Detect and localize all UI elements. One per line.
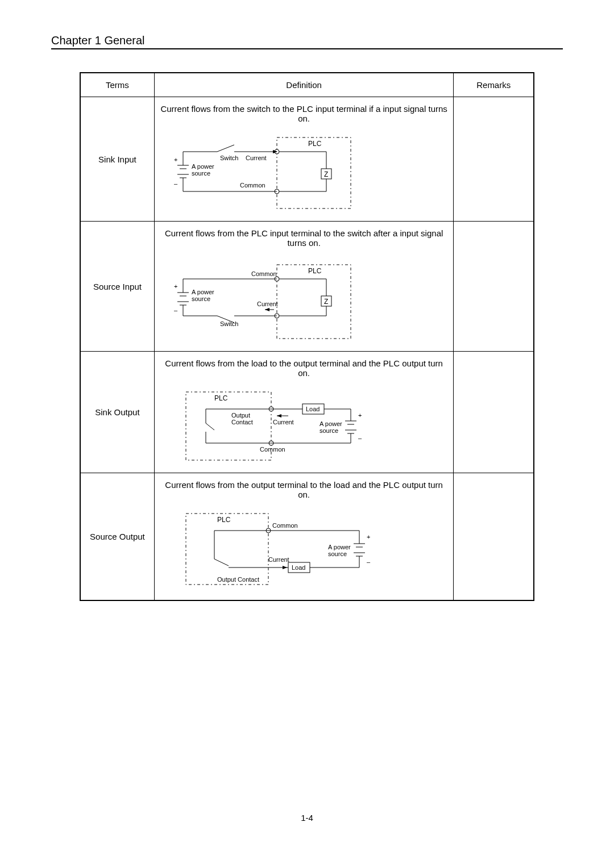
svg-marker-70 <box>277 414 281 418</box>
definition-cell: Current flows from the PLC input termina… <box>154 222 454 352</box>
svg-text:–: – <box>174 180 178 187</box>
svg-text:Switch: Switch <box>220 320 238 327</box>
th-definition: Definition <box>154 73 454 97</box>
svg-text:PLC: PLC <box>308 267 322 275</box>
svg-text:Common: Common <box>240 182 265 189</box>
remarks-cell <box>454 352 534 473</box>
svg-text:A power: A power <box>192 163 214 170</box>
svg-text:Current: Current <box>268 556 289 563</box>
svg-text:+: + <box>174 156 177 163</box>
table-row: Source Input Current flows from the PLC … <box>80 222 534 352</box>
th-terms: Terms <box>80 73 154 97</box>
svg-text:Output: Output <box>231 412 250 419</box>
svg-text:PLC: PLC <box>217 516 231 524</box>
svg-text:Current: Current <box>273 419 294 425</box>
svg-text:Current: Current <box>246 155 267 161</box>
svg-line-12 <box>217 145 234 152</box>
sink-input-diagram: PLC Z S <box>160 129 416 214</box>
table-row: Source Output Current flows from the out… <box>80 473 534 601</box>
svg-text:A power: A power <box>328 544 351 550</box>
definition-text: Current flows from the output terminal t… <box>165 480 443 499</box>
svg-text:source: source <box>192 295 210 302</box>
svg-text:source: source <box>328 550 347 557</box>
svg-text:A power: A power <box>320 420 342 427</box>
chapter-title: Chapter 1 General <box>51 34 563 49</box>
definition-text: Current flows from the PLC input termina… <box>165 228 443 248</box>
svg-text:Switch: Switch <box>220 155 238 161</box>
term-cell: Sink Input <box>80 97 154 222</box>
svg-text:Current: Current <box>257 301 278 307</box>
svg-text:Load: Load <box>306 406 320 412</box>
svg-text:Common: Common <box>272 522 298 529</box>
remarks-cell <box>454 473 534 601</box>
definition-text: Current flows from the load to the outpu… <box>165 358 443 378</box>
svg-rect-58 <box>186 392 271 460</box>
term-cell: Source Input <box>80 222 154 352</box>
svg-line-95 <box>214 559 229 566</box>
table-row: Sink Input Current flows from the switch… <box>80 97 534 222</box>
remarks-cell <box>454 97 534 222</box>
svg-text:source: source <box>192 170 210 177</box>
svg-text:Z: Z <box>324 298 328 306</box>
table-row: Sink Output Current flows from the load … <box>80 352 534 473</box>
source-output-diagram: PLC Common Output Contact <box>160 505 416 593</box>
svg-rect-88 <box>186 514 268 585</box>
term-cell: Source Output <box>80 473 154 601</box>
definition-cell: Current flows from the switch to the PLC… <box>154 97 454 222</box>
svg-marker-99 <box>283 566 287 569</box>
definition-cell: Current flows from the load to the outpu… <box>154 352 454 473</box>
svg-text:Common: Common <box>260 446 285 453</box>
svg-text:–: – <box>358 435 362 441</box>
svg-text:A power: A power <box>192 289 214 295</box>
page-number: 1-4 <box>0 813 614 823</box>
svg-rect-0 <box>277 137 351 208</box>
svg-text:PLC: PLC <box>214 394 228 402</box>
svg-text:–: – <box>367 558 371 565</box>
svg-text:–: – <box>174 307 178 314</box>
sink-output-diagram: PLC Output Contact Current <box>160 383 416 466</box>
svg-text:Z: Z <box>324 170 328 178</box>
svg-text:Load: Load <box>292 564 305 571</box>
svg-text:PLC: PLC <box>308 140 322 148</box>
svg-text:+: + <box>174 283 177 290</box>
svg-text:Contact: Contact <box>231 419 253 425</box>
svg-text:+: + <box>367 533 370 540</box>
term-cell: Sink Output <box>80 352 154 473</box>
svg-text:source: source <box>320 427 338 434</box>
svg-text:+: + <box>358 412 362 419</box>
remarks-cell <box>454 222 534 352</box>
th-remarks: Remarks <box>454 73 534 97</box>
definition-text: Current flows from the switch to the PLC… <box>160 104 447 123</box>
definitions-table: Terms Definition Remarks Sink Input Curr… <box>80 72 534 601</box>
svg-text:Common: Common <box>251 270 277 277</box>
svg-line-64 <box>206 423 214 430</box>
svg-rect-29 <box>277 265 351 339</box>
svg-text:Output Contact: Output Contact <box>217 576 259 583</box>
source-input-diagram: PLC Z Common <box>160 253 416 344</box>
definition-cell: Current flows from the output terminal t… <box>154 473 454 601</box>
